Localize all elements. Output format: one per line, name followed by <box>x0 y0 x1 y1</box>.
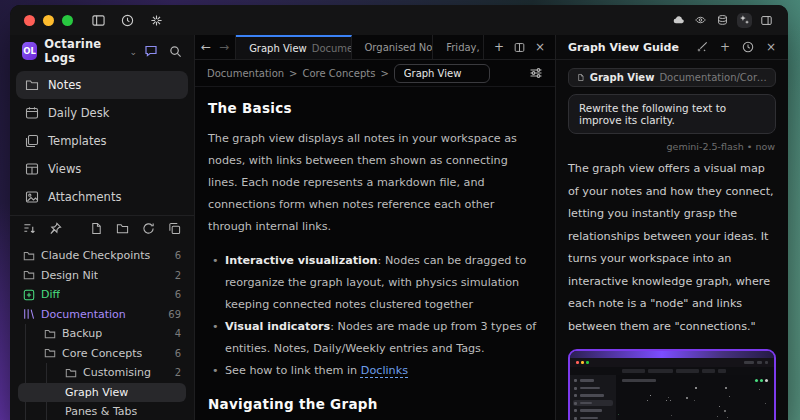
minimize-window-button[interactable] <box>43 15 54 26</box>
folder-icon <box>44 328 56 340</box>
sync-icon[interactable] <box>142 222 155 235</box>
ai-assistant-icon[interactable] <box>737 13 752 28</box>
tree-label: Core Concepts <box>62 347 142 360</box>
graph-nodes <box>616 375 774 420</box>
video-mini-sidebar <box>570 375 616 420</box>
sort-icon[interactable] <box>23 222 36 235</box>
paragraph: The graph view displays all notes in you… <box>208 128 537 238</box>
video-graph-canvas <box>616 375 774 420</box>
chat-icon[interactable] <box>144 44 158 58</box>
filter-sliders-icon[interactable] <box>529 66 543 80</box>
sidebar-item-attachments[interactable]: Attachments <box>16 183 188 211</box>
list-item: Visual indicators: Nodes are made up fro… <box>208 316 537 360</box>
sparkle-wand-icon[interactable] <box>696 41 708 53</box>
sidebar-toggle-icon[interactable] <box>91 13 106 28</box>
titlebar <box>10 5 788 35</box>
tree-item-diff[interactable]: Diff 6 <box>18 285 186 305</box>
eye-icon[interactable] <box>693 13 708 28</box>
context-chip[interactable]: Graph View Documentation/Core Concepts <box>568 68 776 87</box>
note-content[interactable]: The Basics The graph view displays all n… <box>195 87 555 420</box>
ai-panel-title: Graph View Guide <box>568 41 679 54</box>
nav-label: Attachments <box>48 190 121 204</box>
sidebar-item-templates[interactable]: Templates <box>16 127 188 155</box>
video-preview[interactable] <box>568 349 776 420</box>
tree-label: Documentation <box>41 308 126 321</box>
search-icon[interactable] <box>169 45 182 58</box>
new-file-icon[interactable] <box>90 222 103 235</box>
doclinks-link[interactable]: Doclinks <box>361 364 408 377</box>
video-mini-titlebar <box>570 358 774 367</box>
breadcrumb-separator: > <box>289 68 297 79</box>
tree-item-panes-tabs[interactable]: Panes & Tabs <box>18 402 186 420</box>
tab-friday[interactable]: Friday, D <box>433 35 484 59</box>
tree-item-core-concepts[interactable]: Core Concepts 6 <box>18 344 186 364</box>
database-icon[interactable] <box>715 13 730 28</box>
pin-icon[interactable] <box>49 222 62 235</box>
breadcrumb-part[interactable]: Documentation <box>207 68 284 79</box>
nav-label: Notes <box>48 78 81 92</box>
context-chip-path: Documentation/Core Concepts <box>659 72 767 83</box>
new-folder-icon[interactable] <box>116 222 129 235</box>
history-icon[interactable] <box>742 41 754 53</box>
file-tree: Claude Checkpoints 6 Design Nit 2 Diff 6… <box>10 241 194 420</box>
folder-icon <box>23 269 35 281</box>
nav-label: Daily Desk <box>48 106 109 120</box>
workspace-switcher[interactable]: OL Octarine Logs ⌄ <box>10 37 194 65</box>
tree-item-design-nit[interactable]: Design Nit 2 <box>18 266 186 286</box>
tree-item-graph-view[interactable]: Graph View <box>18 383 186 403</box>
breadcrumb-part[interactable]: Core Concepts <box>302 68 375 79</box>
clock-icon[interactable] <box>120 13 135 28</box>
tree-item-backup[interactable]: Backup 4 <box>18 324 186 344</box>
sidebar-item-notes[interactable]: Notes <box>16 71 188 99</box>
tab-title: Graph View <box>249 43 307 54</box>
duplicate-icon[interactable] <box>168 222 181 235</box>
workspace-avatar: OL <box>22 42 37 60</box>
file-toolbar <box>10 215 194 241</box>
split-pane-icon[interactable] <box>514 42 525 53</box>
image-icon <box>25 190 39 204</box>
close-pane-icon[interactable]: × <box>535 40 545 54</box>
folder-icon <box>44 347 56 359</box>
maximize-window-button[interactable] <box>62 15 73 26</box>
list-item: See how to link them in Doclinks <box>208 360 537 382</box>
tree-item-customising[interactable]: Customising 2 <box>18 363 186 383</box>
close-window-button[interactable] <box>24 15 35 26</box>
video-mini-app <box>570 375 774 420</box>
tree-count: 2 <box>175 270 181 281</box>
tree-label: Claude Checkpoints <box>41 249 150 262</box>
new-chat-icon[interactable]: + <box>720 40 730 54</box>
note-title-input[interactable] <box>394 64 490 83</box>
tree-count: 6 <box>175 348 181 359</box>
tree-label: Design Nit <box>41 269 98 282</box>
right-panel-toggle-icon[interactable] <box>759 13 774 28</box>
sparkle-settings-icon[interactable] <box>149 13 164 28</box>
tree-count: 6 <box>175 289 181 300</box>
chevron-down-icon: ⌄ <box>129 47 137 57</box>
dot-separator: • <box>747 141 753 152</box>
tab-organised-notes[interactable]: Organised Notes × <box>352 35 434 59</box>
bullet-list: Interactive visualization: Nodes can be … <box>208 250 537 382</box>
ai-response: The graph view offers a visual map of yo… <box>568 158 776 338</box>
new-tab-icon[interactable]: + <box>494 40 504 54</box>
sidebar-nav: Notes Daily Desk Templates Views Attachm… <box>10 65 194 215</box>
sidebar-item-daily-desk[interactable]: Daily Desk <box>16 99 188 127</box>
tree-item-documentation[interactable]: Documentation 69 <box>18 305 186 325</box>
workspace-name: Octarine Logs <box>44 37 122 65</box>
tree-item-claude-checkpoints[interactable]: Claude Checkpoints 6 <box>18 246 186 266</box>
tab-title: Friday, D <box>446 42 484 53</box>
tree-label: Diff <box>41 288 60 301</box>
cloud-sync-icon[interactable] <box>671 13 686 28</box>
folder-icon <box>25 78 39 92</box>
tree-count: 6 <box>175 250 181 261</box>
back-icon[interactable]: ← <box>201 40 211 54</box>
sidebar-item-views[interactable]: Views <box>16 155 188 183</box>
close-panel-icon[interactable]: × <box>766 40 776 54</box>
file-icon <box>577 72 585 83</box>
diff-icon <box>23 289 35 301</box>
library-icon <box>23 308 35 320</box>
list-item: Interactive visualization: Nodes can be … <box>208 250 537 316</box>
tree-label: Customising <box>83 366 151 379</box>
forward-icon[interactable]: → <box>219 40 229 54</box>
folder-icon <box>23 250 35 262</box>
tab-graph-view[interactable]: Graph View Documentation × <box>236 35 351 59</box>
